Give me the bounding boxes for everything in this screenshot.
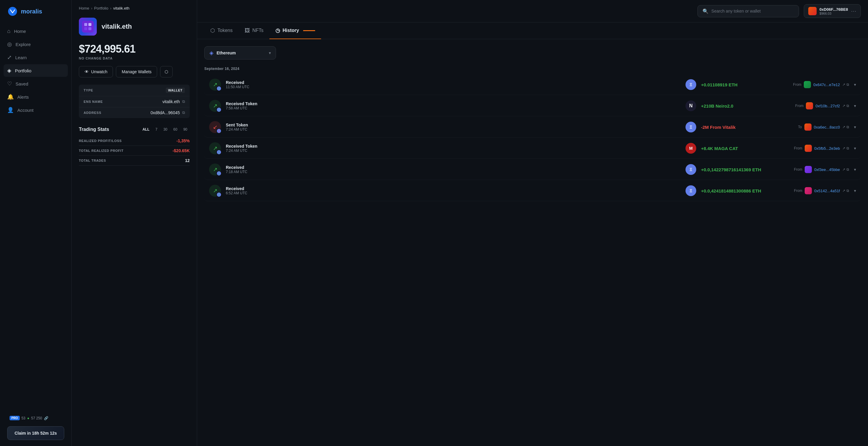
sidebar-bottom: PRO 53 ● 57 250 🔗 Claim in 18h 52m 12s bbox=[0, 409, 71, 446]
tx-direction-received-2: ↗ Ξ bbox=[209, 100, 221, 112]
sidebar-item-portfolio[interactable]: ◈ Portfolio bbox=[4, 64, 68, 77]
sidebar-item-saved[interactable]: ♡ Saved bbox=[4, 78, 68, 90]
breadcrumb-portfolio[interactable]: Portfolio bbox=[94, 6, 108, 10]
tx-token-icon-4: M bbox=[685, 143, 696, 154]
expand-icon-3[interactable]: ▾ bbox=[854, 125, 856, 129]
from-label-6: From bbox=[794, 189, 802, 193]
tab-nfts[interactable]: 🖼 NFTs bbox=[239, 23, 270, 39]
ens-copy-icon[interactable]: ⧉ bbox=[182, 99, 185, 104]
search-bar[interactable]: 🔍 Search any token or wallet bbox=[698, 5, 799, 17]
sidebar-item-saved-label: Saved bbox=[16, 81, 28, 86]
tx-main-4: Received Token 7:24 AM UTC bbox=[226, 144, 681, 153]
sidebar-item-account[interactable]: 👤 Account bbox=[4, 104, 68, 116]
external-link-icon-6[interactable]: ↗ bbox=[842, 189, 845, 193]
avatar-graphic bbox=[82, 21, 94, 33]
filter-30[interactable]: 30 bbox=[161, 126, 169, 132]
type-badge: WALLET bbox=[166, 88, 185, 93]
copy-tx-icon-2[interactable]: ⧉ bbox=[846, 104, 849, 108]
copy-tx-icon-5[interactable]: ⧉ bbox=[846, 168, 849, 172]
sidebar-item-explore[interactable]: ◎ Explore bbox=[4, 38, 68, 51]
from-icons-2: ↗ ⧉ bbox=[842, 104, 849, 108]
tx-amount-5: +0.0,1422798716141369 ETH bbox=[701, 167, 785, 172]
chevron-down-icon: ▾ bbox=[269, 51, 271, 55]
unwatch-button[interactable]: 👁 Unwatch bbox=[79, 66, 113, 78]
claim-banner[interactable]: Claim in 18h 52m 12s bbox=[7, 426, 64, 440]
tx-amount-1: +0.01108919 ETH bbox=[701, 82, 785, 87]
copy-tx-icon-4[interactable]: ⧉ bbox=[846, 146, 849, 150]
search-icon: 🔍 bbox=[703, 8, 709, 14]
tx-main-1: Received 11:50 AM UTC bbox=[226, 80, 681, 89]
sidebar-item-alerts[interactable]: 🔔 Alerts bbox=[4, 91, 68, 103]
copy-tx-icon-6[interactable]: ⧉ bbox=[846, 189, 849, 193]
sidebar-item-home[interactable]: ⌂ Home bbox=[4, 25, 68, 37]
table-row[interactable]: ↗ Ξ Received Token 7:24 AM UTC M +8.4K M… bbox=[204, 138, 861, 159]
filter-60[interactable]: 60 bbox=[171, 126, 180, 132]
transaction-list: ↗ Ξ Received 11:50 AM UTC Ξ +0.01108919 … bbox=[204, 75, 861, 201]
table-row[interactable]: ↙ Ξ Sent Token 7:24 AM UTC Ξ -2M From Vi… bbox=[204, 117, 861, 138]
external-link-icon[interactable]: ↗ bbox=[842, 83, 845, 87]
chain-filter-icon: ◈ bbox=[209, 50, 214, 56]
tx-direction-received: ↗ Ξ bbox=[209, 79, 221, 91]
table-row[interactable]: ↗ Ξ Received Token 7:58 AM UTC N +210B N… bbox=[204, 96, 861, 116]
address-copy-icon[interactable]: ⧉ bbox=[182, 110, 185, 115]
tx-token-icon-3: Ξ bbox=[685, 122, 696, 132]
manage-wallets-button[interactable]: Manage Wallets bbox=[116, 66, 157, 78]
profit-value: -$20.65K bbox=[172, 148, 190, 153]
tx-from-5: From 0xf3ee...45bbe ↗ ⧉ bbox=[789, 166, 849, 173]
external-link-icon-2[interactable]: ↗ bbox=[842, 104, 845, 108]
address-label: ADDRESS bbox=[84, 111, 101, 115]
expand-icon-4[interactable]: ▾ bbox=[854, 146, 856, 151]
filter-90[interactable]: 90 bbox=[181, 126, 190, 132]
tx-token-icon-2: N bbox=[685, 100, 696, 111]
external-link-icon-3[interactable]: ↗ bbox=[842, 125, 845, 129]
address-value-row: 0xd8dA...96045 ⧉ bbox=[151, 110, 185, 115]
copy-tx-icon[interactable]: ⧉ bbox=[846, 83, 849, 87]
external-link-icon-4[interactable]: ↗ bbox=[842, 146, 845, 150]
table-row[interactable]: ↗ Ξ Received 11:50 AM UTC Ξ +0.01108919 … bbox=[204, 75, 861, 95]
wallet-pill[interactable]: 0xD06F...76BE8 $966.03 ⋯ bbox=[804, 4, 861, 18]
wallet-menu-icon[interactable]: ⋯ bbox=[851, 8, 856, 14]
tab-history[interactable]: ◷ History bbox=[270, 23, 321, 39]
pro-tag: PRO bbox=[9, 416, 20, 420]
share-button[interactable]: ⬡ bbox=[160, 66, 173, 78]
tx-main-6: Received 6:52 AM UTC bbox=[226, 186, 681, 195]
expand-icon-1[interactable]: ▾ bbox=[854, 82, 856, 87]
ens-value: vitalik.eth bbox=[162, 99, 180, 104]
breadcrumb-home[interactable]: Home bbox=[79, 6, 89, 10]
chain-filter[interactable]: ◈ Ethereum ▾ bbox=[204, 46, 276, 59]
copy-tx-icon-3[interactable]: ⧉ bbox=[846, 125, 849, 129]
filter-all[interactable]: ALL bbox=[140, 126, 152, 132]
tx-amount-6: +0.0,4241814881300886 ETH bbox=[701, 188, 785, 194]
tx-direction-received-5: ↗ Ξ bbox=[209, 163, 221, 176]
pro-count: 53 bbox=[22, 416, 25, 420]
expand-icon-6[interactable]: ▾ bbox=[854, 188, 856, 193]
from-icons-4: ↗ ⧉ bbox=[842, 146, 849, 150]
from-addr-4: 0x5fb5...2e3eb bbox=[814, 146, 840, 151]
svg-rect-4 bbox=[88, 27, 91, 30]
avatar-inner bbox=[79, 18, 97, 36]
from-label-4: From bbox=[794, 146, 802, 150]
from-addr-5: 0xf3ee...45bbe bbox=[814, 168, 840, 172]
tx-time-6: 6:52 AM UTC bbox=[226, 191, 681, 195]
sidebar-item-learn-label: Learn bbox=[15, 55, 27, 60]
tx-time-2: 7:58 AM UTC bbox=[226, 106, 681, 110]
tab-tokens[interactable]: ⬡ Tokens bbox=[204, 23, 239, 39]
type-label: TYPE bbox=[84, 88, 93, 92]
stat-row-pnl: REALIZED PROFIT/LOSS -1,35% bbox=[79, 136, 190, 146]
ens-value-row: vitalik.eth ⧉ bbox=[162, 99, 185, 104]
table-row[interactable]: ↗ Ξ Received 7:18 AM UTC Ξ +0.0,14227987… bbox=[204, 159, 861, 180]
wallet-pill-avatar bbox=[808, 7, 817, 15]
filter-7[interactable]: 7 bbox=[153, 126, 160, 132]
no-change-label: NO CHANGE DATA bbox=[72, 57, 197, 66]
trading-header: Trading Stats ALL 7 30 60 90 bbox=[79, 122, 190, 136]
tx-time-5: 7:18 AM UTC bbox=[226, 170, 681, 174]
tx-from-2: From 0xf10b...27cf2 ↗ ⧉ bbox=[789, 102, 849, 110]
external-link-icon-5[interactable]: ↗ bbox=[842, 168, 845, 172]
search-placeholder: Search any token or wallet bbox=[712, 9, 761, 13]
expand-icon-2[interactable]: ▾ bbox=[854, 103, 856, 108]
avatar bbox=[79, 18, 97, 36]
sidebar-item-learn[interactable]: ⤢ Learn bbox=[4, 51, 68, 64]
expand-icon-5[interactable]: ▾ bbox=[854, 167, 856, 172]
tx-type-6: Received bbox=[226, 186, 681, 191]
table-row[interactable]: ↗ Ξ Received 6:52 AM UTC Ξ +0.0,42418148… bbox=[204, 181, 861, 201]
